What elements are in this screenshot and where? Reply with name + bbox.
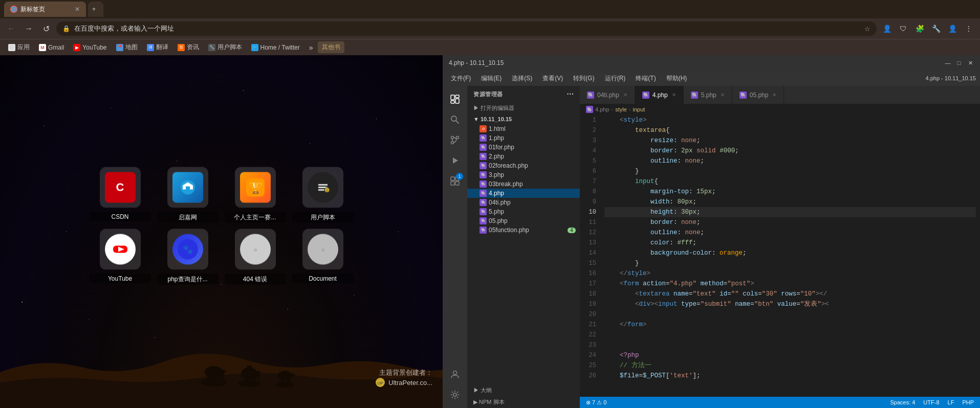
outline-section[interactable]: ▶ 大纲: [467, 384, 580, 396]
shortcut-personal[interactable]: 🏆 个人主页一赛...: [225, 167, 286, 223]
bookmark-map[interactable]: 📍 地图: [112, 41, 142, 53]
tab-04ti[interactable]: 🐘 04ti.php ✕: [580, 86, 635, 104]
qijia-logo: [172, 172, 203, 203]
file-05function[interactable]: 🐘 05function.php 4: [467, 225, 580, 235]
shortcut-icon-personal: 🏆: [235, 167, 276, 208]
menu-terminal[interactable]: 终端(T): [631, 72, 660, 85]
file-04ti[interactable]: 🐘 04ti.php: [467, 198, 580, 207]
sidebar-menu-icon[interactable]: ⋯: [567, 90, 574, 98]
activity-search[interactable]: [446, 110, 464, 129]
status-spaces[interactable]: Spaces: 4: [888, 399, 917, 405]
tab-close-4php[interactable]: ✕: [672, 92, 676, 98]
menu-run[interactable]: 运行(R): [601, 72, 630, 85]
puzzle-icon[interactable]: 🔧: [929, 21, 943, 36]
reload-btn[interactable]: ↺: [39, 21, 53, 36]
status-errors[interactable]: ⊗ 7 ⚠ 0: [584, 399, 608, 406]
menu-view[interactable]: 查看(V): [538, 72, 567, 85]
bookmark-apps[interactable]: ⊞ 应用: [4, 41, 34, 53]
file-4php[interactable]: 🐘 4.php: [467, 189, 580, 198]
open-editors-section[interactable]: ▶ 打开的编辑器: [467, 102, 580, 114]
menu-btn[interactable]: ⋮: [962, 21, 976, 36]
activity-settings[interactable]: [446, 386, 464, 404]
shortcut-userscript[interactable]: ! 用户脚本: [292, 167, 354, 223]
menu-help[interactable]: 帮助(H): [662, 72, 691, 85]
shield-icon[interactable]: 🛡: [896, 21, 910, 36]
ln3: 3: [584, 135, 596, 146]
back-btn[interactable]: ←: [4, 21, 18, 36]
tab-close-btn[interactable]: ✕: [75, 6, 80, 13]
npm-section[interactable]: ▶ NPM 脚本: [467, 396, 580, 408]
main-area: C CSDN 启嘉网: [0, 55, 980, 408]
status-line-ending[interactable]: LF: [946, 399, 956, 405]
tab-close-05php[interactable]: ✕: [772, 92, 776, 98]
file-02foreach[interactable]: 🐘 02foreach.php: [467, 161, 580, 170]
userscript-logo: !: [308, 172, 338, 203]
shortcut-document[interactable]: ○ Document: [292, 229, 354, 285]
bookmark-gmail[interactable]: M Gmail: [35, 42, 68, 53]
menu-edit[interactable]: 编辑(E): [477, 72, 506, 85]
folder-section[interactable]: ▼ 10.11_10.15: [467, 114, 580, 124]
code-line-5: outline: none;: [604, 156, 976, 166]
maximize-btn[interactable]: □: [955, 59, 963, 66]
file-3php[interactable]: 🐘 3.php: [467, 170, 580, 179]
activity-debug[interactable]: [446, 151, 464, 170]
star-icon[interactable]: ☆: [864, 25, 870, 33]
activity-source-control[interactable]: [446, 131, 464, 149]
menu-goto[interactable]: 转到(G): [569, 72, 598, 85]
file-05php[interactable]: 🐘 05.php: [467, 216, 580, 225]
status-encoding[interactable]: UTF-8: [921, 399, 941, 405]
bookmark-apps-label: 应用: [17, 43, 30, 52]
bookmark-translate[interactable]: 译 翻译: [143, 41, 172, 53]
shortcut-icon-youtube: [100, 229, 141, 270]
active-tab[interactable]: 🌐 新标签页 ✕: [4, 2, 86, 17]
bookmark-other[interactable]: 其他书: [318, 41, 344, 53]
new-tab-btn[interactable]: +: [88, 2, 103, 17]
code-content[interactable]: <style> textarea{ resize: none; border: …: [600, 115, 980, 397]
bookmark-userscript[interactable]: 🔧 用户脚本: [204, 41, 246, 53]
bookmark-news[interactable]: 资 资讯: [173, 41, 203, 53]
code-editor[interactable]: 1 2 3 4 5 6 7 8 9 10 11 12 13 14: [580, 115, 980, 397]
tab-05php[interactable]: 🐘 05.php ✕: [732, 86, 785, 104]
forward-btn[interactable]: →: [21, 21, 36, 36]
extension-icon[interactable]: 🧩: [912, 21, 927, 36]
bookmark-twitter-label: Home / Twitter: [260, 44, 300, 51]
address-bar[interactable]: 🔒 在百度中搜索，或者输入一个网址 ☆: [56, 21, 877, 36]
activity-explorer[interactable]: [446, 90, 464, 108]
shortcut-404[interactable]: ○ 404 错误: [225, 229, 286, 285]
activity-extensions[interactable]: 1: [446, 172, 464, 190]
shortcut-qijia[interactable]: 启嘉网: [157, 167, 219, 223]
profile-icon[interactable]: 👤: [880, 21, 894, 36]
shortcut-csdn[interactable]: C CSDN: [90, 167, 151, 223]
close-btn[interactable]: ✕: [967, 59, 974, 66]
bookmark-youtube[interactable]: ▶ YouTube: [69, 42, 111, 53]
menu-select[interactable]: 选择(S): [508, 72, 536, 85]
shortcut-youtube[interactable]: YouTube: [90, 229, 151, 285]
menu-file[interactable]: 文件(F): [447, 72, 475, 85]
minimize-btn[interactable]: —: [944, 59, 951, 66]
status-language[interactable]: PHP: [960, 399, 976, 405]
tab-close-04ti[interactable]: ✕: [623, 92, 627, 98]
bookmark-twitter[interactable]: 🐦 Home / Twitter: [247, 42, 304, 53]
file-1html[interactable]: ◇ 1.html: [467, 124, 580, 133]
bookmark-more[interactable]: »: [305, 42, 317, 53]
tab-close-5php[interactable]: ✕: [721, 92, 725, 98]
user-avatar[interactable]: 👤: [945, 21, 960, 36]
file-5php[interactable]: 🐘 5.php: [467, 207, 580, 216]
shortcut-baidu[interactable]: 🐾 php查询是什...: [157, 229, 219, 285]
file-2php[interactable]: 🐘 2.php: [467, 152, 580, 161]
language-label: PHP: [962, 399, 974, 405]
ln16: 16: [584, 268, 596, 279]
file-1php[interactable]: 🐘 1.php: [467, 133, 580, 143]
tab-4php[interactable]: 🐘 4.php ✕: [635, 86, 684, 104]
icon-404-logo: ○: [240, 234, 271, 265]
activity-account[interactable]: [446, 365, 464, 383]
tab-5php[interactable]: 🐘 5.php ✕: [684, 86, 732, 104]
error-icon: ⊗: [586, 399, 591, 406]
shortcut-icon-csdn: C: [100, 167, 141, 208]
file-03break[interactable]: 🐘 03break.php: [467, 179, 580, 189]
php-icon-4php: 🐘: [480, 190, 487, 197]
file-01for[interactable]: 🐘 01for.php: [467, 143, 580, 152]
address-text: 在百度中搜索，或者输入一个网址: [74, 24, 860, 33]
code-line-3: resize: none;: [604, 135, 976, 146]
bookmarks-bar: ⊞ 应用 M Gmail ▶ YouTube 📍 地图 译 翻译 资 资讯 🔧 …: [0, 39, 980, 55]
